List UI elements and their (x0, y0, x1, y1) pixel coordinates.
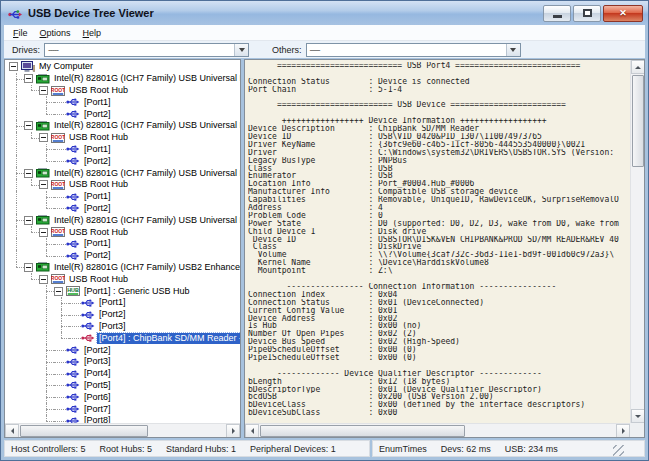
tree-item-label[interactable]: [Port1] (82, 238, 113, 249)
tree-guide-line (9, 380, 24, 392)
collapse-minus-icon[interactable] (24, 169, 33, 178)
tree-item-label[interactable]: [Port2] (82, 250, 113, 261)
tree-item[interactable]: [Port2] (5, 344, 240, 356)
drives-combobox-dropdown-button[interactable] (234, 44, 248, 56)
tree-item-label[interactable]: Intel(R) 82801G (ICH7 Family) USB2 Enhan… (52, 262, 240, 273)
tree-item[interactable]: [Port6] (5, 391, 240, 403)
collapse-minus-icon[interactable] (39, 275, 48, 284)
tree-item-label[interactable]: [Port1] : Generic USB Hub (82, 286, 192, 297)
tree-item[interactable]: Intel(R) 82801G (ICH7 Family) USB Univer… (5, 214, 240, 226)
tree-item-label[interactable]: [Port6] (82, 392, 113, 403)
collapse-minus-icon[interactable] (39, 180, 48, 189)
others-combobox-dropdown-button[interactable] (506, 44, 520, 56)
tree-item[interactable]: [Port4] (5, 368, 240, 380)
tree-item[interactable]: [Port1] (5, 238, 240, 250)
tree-item-label[interactable]: [Port2] (82, 345, 113, 356)
tree-item[interactable]: [Port2] (5, 155, 240, 167)
tree-guide-line (9, 155, 24, 167)
tree-item[interactable]: ROOTUSB Root Hub (5, 273, 240, 285)
tree-item-label[interactable]: [Port2] (82, 109, 113, 120)
tree-item[interactable]: [Port2] (5, 108, 240, 120)
tree-item[interactable]: Intel(R) 82801G (ICH7 Family) USB Univer… (5, 120, 240, 132)
tree-item-label[interactable]: USB Root Hub (67, 179, 130, 190)
tree-item-label[interactable]: [Port4] (82, 368, 113, 379)
tree-item-label[interactable]: [Port1] (82, 97, 113, 108)
tree-item-label[interactable]: [Port2] (82, 156, 113, 167)
tree-item[interactable]: [Port1] (5, 191, 240, 203)
collapse-minus-icon[interactable] (54, 287, 63, 296)
tree-item[interactable]: [Port8] (5, 415, 240, 423)
title-bar[interactable]: USB Device Tree Viewer ✕ (1, 1, 648, 25)
tree-item[interactable]: Intel(R) 82801G (ICH7 Family) USB Univer… (5, 73, 240, 85)
collapse-minus-icon[interactable] (9, 62, 18, 71)
tree-item-label[interactable]: [Port7] (82, 404, 113, 415)
collapse-minus-icon[interactable] (39, 86, 48, 95)
report-vertical-scrollbar[interactable] (630, 60, 644, 423)
tree-item-label[interactable]: USB Root Hub (67, 274, 130, 285)
tree-item[interactable]: My Computer (5, 61, 240, 73)
collapse-minus-icon[interactable] (39, 133, 48, 142)
tree-item[interactable]: ROOTUSB Root Hub (5, 85, 240, 97)
others-combobox[interactable]: ----- (306, 43, 521, 57)
tree-item[interactable]: Intel(R) 82801G (ICH7 Family) USB Univer… (5, 167, 240, 179)
tree-item-label[interactable]: My Computer (37, 61, 95, 72)
collapse-minus-icon[interactable] (24, 216, 33, 225)
tree-item-label[interactable]: Intel(R) 82801G (ICH7 Family) USB Univer… (52, 73, 240, 84)
tree-item-label[interactable]: Intel(R) 82801G (ICH7 Family) USB Univer… (52, 120, 240, 131)
tree-item-label[interactable]: [Port1] (82, 144, 113, 155)
tree-item-label[interactable]: [Port1] (82, 191, 113, 202)
minimize-button[interactable] (543, 5, 571, 22)
tree-item-label[interactable]: [Port4] : ChipBank SD/MM Reader - Z:\ (97, 333, 240, 344)
collapse-minus-icon[interactable] (24, 121, 33, 130)
tree-item-label[interactable]: USB Root Hub (67, 85, 130, 96)
tree-item[interactable]: [Port7] (5, 403, 240, 415)
tree-item-label[interactable]: USB Root Hub (67, 132, 130, 143)
tree-item-label[interactable]: USB Root Hub (67, 227, 130, 238)
report-horizontal-scrollbar[interactable] (245, 423, 630, 437)
tree-item-label[interactable]: [Port8] (82, 415, 113, 423)
tree-item[interactable]: HUB[Port1] : Generic USB Hub (5, 285, 240, 297)
tree-item[interactable]: [Port2] (5, 203, 240, 215)
scroll-up-button[interactable] (631, 60, 645, 74)
tree-item-label[interactable]: Intel(R) 82801G (ICH7 Family) USB Univer… (52, 215, 240, 226)
scrollbar-thumb[interactable] (20, 425, 148, 437)
scroll-right-button[interactable] (226, 424, 240, 438)
tree-horizontal-scrollbar[interactable] (5, 423, 240, 437)
drives-combobox[interactable]: ----- (44, 43, 249, 57)
resize-grip[interactable] (613, 445, 624, 456)
tree-item[interactable]: ROOTUSB Root Hub (5, 179, 240, 191)
tree-item[interactable]: [Port2] (5, 309, 240, 321)
tree-item[interactable]: Intel(R) 82801G (ICH7 Family) USB2 Enhan… (5, 262, 240, 274)
tree-item-label[interactable]: [Port3] (82, 356, 113, 367)
scrollbar-thumb[interactable] (632, 75, 644, 167)
scroll-down-button[interactable] (631, 409, 645, 423)
tree-item-label[interactable]: [Port5] (82, 380, 113, 391)
tree-item-label[interactable]: [Port2] (97, 309, 128, 320)
tree-item[interactable]: [Port2] (5, 250, 240, 262)
tree-item-label[interactable]: [Port2] (82, 203, 113, 214)
collapse-minus-icon[interactable] (24, 263, 33, 272)
tree-item[interactable]: [Port1] (5, 144, 240, 156)
tree-item[interactable]: ROOTUSB Root Hub (5, 132, 240, 144)
scrollbar-thumb[interactable] (260, 425, 465, 437)
scroll-left-button[interactable] (5, 424, 19, 438)
tree-item-label[interactable]: [Port3] (97, 321, 128, 332)
menu-file[interactable]: File (7, 27, 34, 39)
tree-item[interactable]: [Port3] (5, 356, 240, 368)
close-button[interactable]: ✕ (603, 5, 643, 22)
tree-item[interactable]: ROOTUSB Root Hub (5, 226, 240, 238)
menu-options[interactable]: Options (34, 27, 77, 39)
collapse-minus-icon[interactable] (39, 228, 48, 237)
tree-item[interactable]: [Port3] (5, 321, 240, 333)
menu-help[interactable]: Help (77, 27, 108, 39)
tree-item[interactable]: [Port5] (5, 380, 240, 392)
tree-item[interactable]: [Port1] (5, 96, 240, 108)
maximize-button[interactable] (573, 5, 601, 22)
tree-item-label[interactable]: [Port1] (97, 297, 128, 308)
tree-item[interactable]: [Port4] : ChipBank SD/MM Reader - Z:\ (5, 332, 240, 344)
scroll-left-button[interactable] (245, 424, 259, 438)
collapse-minus-icon[interactable] (24, 74, 33, 83)
scroll-right-button[interactable] (616, 424, 630, 438)
tree-item-label[interactable]: Intel(R) 82801G (ICH7 Family) USB Univer… (52, 168, 240, 179)
tree-item[interactable]: [Port1] (5, 297, 240, 309)
